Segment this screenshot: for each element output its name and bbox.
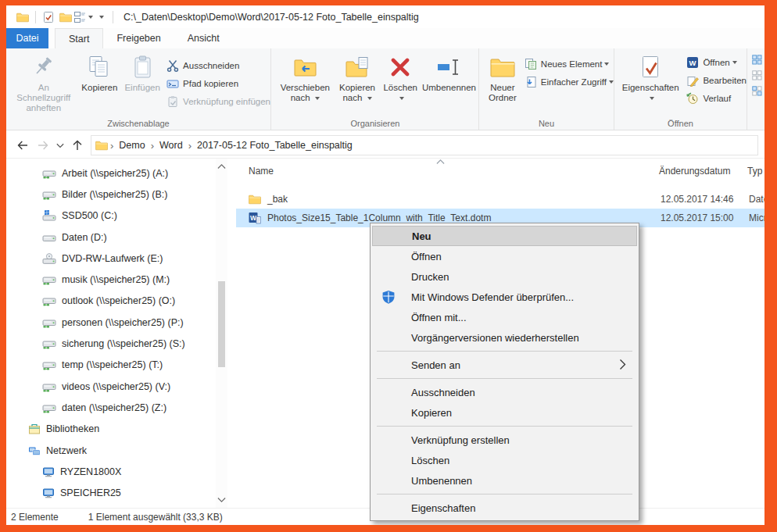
sidebar-item[interactable]: Bibliotheken [6,419,231,440]
drive-network-icon [42,402,56,413]
rename-button[interactable]: Umbenennen [420,52,478,95]
menu-item-eigenschaften[interactable]: Eigenschaften [372,498,637,518]
recent-locations-button[interactable] [53,136,67,155]
pc-icon [42,487,55,499]
copy-path-button[interactable]: Pfad kopieren [166,74,270,92]
drive-network-icon [42,338,56,349]
menu-item-verknüpfung-erstellen[interactable]: Verknüpfung erstellen [372,430,637,450]
scroll-up-icon[interactable] [217,163,226,170]
column-header-name[interactable]: Name [249,166,274,177]
paste-button[interactable]: Einfügen [121,52,163,95]
tab-datei[interactable]: Datei [6,28,48,48]
qat-new-folder-button[interactable] [57,9,74,26]
qat-properties-button[interactable] [40,9,57,26]
sidebar-item[interactable]: RYZEN1800X [6,461,231,482]
breadcrumb-item[interactable]: 2017-05-12 Foto_Tabelle_einspaltig [194,140,356,151]
sidebar-item[interactable]: musik (\\speicher25) (M:) [6,269,231,290]
address-bar: ›Demo›Word›2017-05-12 Foto_Tabelle_einsp… [6,133,764,158]
screenshot-frame: C:\_Daten\Desktop\Demo\Word\2017-05-12 F… [0,0,777,532]
sidebar-item[interactable]: temp (\\speicher25) (T:) [6,355,231,376]
sidebar-item-label: musik (\\speicher25) (M:) [62,274,170,285]
menu-separator [377,351,632,352]
tab-freigeben[interactable]: Freigeben [103,28,174,48]
select-all-icon[interactable] [752,55,762,65]
drive-network-icon [42,189,56,200]
sidebar-item[interactable]: Netzwerk [6,440,231,461]
copy-button[interactable]: Kopieren [78,52,122,95]
button-label: Einfügen [124,83,159,93]
tab-ansicht[interactable]: Ansicht [174,28,233,48]
sidebar-item[interactable]: videos (\\speicher25) (V:) [6,376,231,397]
tab-start[interactable]: Start [55,28,103,48]
menu-item-öffnen-mit[interactable]: Öffnen mit... [372,307,637,327]
sidebar-item-label: temp (\\speicher25) (T:) [62,359,163,370]
column-header-date[interactable]: Änderungsdatum [659,166,730,177]
column-header-type[interactable]: Typ [747,166,762,177]
file-row[interactable]: _bak12.05.2017 14:46Dateiordner [236,190,764,209]
folder-icon [95,139,108,152]
arrow-left-icon [16,139,29,152]
button-label: Pfad kopieren [183,79,238,88]
edit-button[interactable]: Bearbeiten [686,71,747,89]
sidebar-item[interactable]: outlook (\\speicher25) (O:) [6,291,231,312]
easy-access-button[interactable]: Einfacher Zugriff [525,73,614,91]
breadcrumb-item[interactable]: Demo [116,140,148,151]
word-icon: W [686,56,699,69]
menu-item-löschen[interactable]: Löschen [372,450,637,470]
sidebar-scrollbar[interactable] [216,159,227,508]
easy-access-icon [525,76,537,88]
cut-button[interactable]: Ausschneiden [166,56,270,74]
sidebar-item[interactable]: daten (\\speicher25) (Z:) [6,397,231,418]
sidebar-item-label: daten (\\speicher25) (Z:) [62,402,166,413]
address-breadcrumb-box[interactable]: ›Demo›Word›2017-05-12 Foto_Tabelle_einsp… [91,135,758,155]
menu-item-öffnen[interactable]: Öffnen [372,246,637,266]
file-date: 12.05.2017 14:46 [661,194,733,205]
drive-network-icon [42,381,56,392]
sidebar-item[interactable]: SPEICHER25 [6,482,231,503]
button-label: Kopieren [81,83,117,93]
paste-shortcut-button[interactable]: Verknüpfung einfügen [166,92,270,110]
menu-item-kopieren[interactable]: Kopieren [372,402,637,423]
sidebar-item[interactable]: Arbeit (\\speicher25) (A:) [6,162,231,184]
menu-item-drucken[interactable]: Drucken [372,266,637,287]
divider [35,11,36,23]
new-item-button[interactable]: Neues Element [525,55,614,73]
invert-selection-icon[interactable] [752,86,762,96]
forward-button[interactable] [33,136,53,155]
select-none-icon[interactable] [752,70,762,80]
history-button[interactable]: Verlauf [686,89,747,107]
sidebar-item-label: SSD500 (C:) [62,210,117,221]
scrollbar-thumb[interactable] [218,281,225,367]
sidebar-item[interactable]: Daten (D:) [6,227,231,248]
new-folder-button[interactable]: Neuer Ordner [484,52,521,105]
menu-item-label: Senden an [411,359,460,371]
menu-item-mit-windows-defender-überprüfen[interactable]: Mit Windows Defender überprüfen... [372,287,637,307]
menu-item-ausschneiden[interactable]: Ausschneiden [372,382,637,402]
menu-item-senden-an[interactable]: Senden an [372,355,637,375]
properties-check-icon [42,11,55,23]
qat-rename-button[interactable] [74,9,91,26]
ribbon-group-clipboard: An Schnellzugriff anheften Kopieren Einf… [6,48,271,130]
sidebar-item[interactable]: SSD500 (C:) [6,205,231,227]
sidebar-item-label: sicherung (\\speicher25) (S:) [62,338,185,349]
sidebar-item[interactable]: sicherung (\\speicher25) (S:) [6,333,231,354]
sidebar-item[interactable]: DVD-RW-Laufwerk (E:) [6,248,231,269]
properties-button[interactable]: Eigenschaften [618,52,683,105]
sidebar-item[interactable]: Bilder (\\speicher25) (B:) [6,184,231,205]
menu-item-umbenennen[interactable]: Umbenennen [372,470,637,491]
delete-button[interactable]: Löschen [381,52,419,105]
open-button[interactable]: W Öffnen [686,53,747,71]
move-to-button[interactable]: Verschieben nach [277,52,334,105]
menu-item-vorgängerversionen-wiederherstellen[interactable]: Vorgängerversionen wiederherstellen [372,327,637,348]
up-button[interactable] [67,136,88,155]
pin-to-quick-access-button[interactable]: An Schnellzugriff anheften [9,52,78,115]
qat-customize-button[interactable] [91,9,109,26]
breadcrumb-item[interactable]: Word [156,140,186,151]
copy-to-button[interactable]: Kopieren nach [334,52,381,105]
scroll-down-icon[interactable] [217,497,226,503]
sidebar-item[interactable]: personen (\\speicher25) (P:) [6,312,231,333]
back-button[interactable] [13,136,33,155]
pin-icon [31,55,56,80]
menu-item-neu[interactable]: Neu [372,226,637,246]
rename-icon [436,55,461,80]
